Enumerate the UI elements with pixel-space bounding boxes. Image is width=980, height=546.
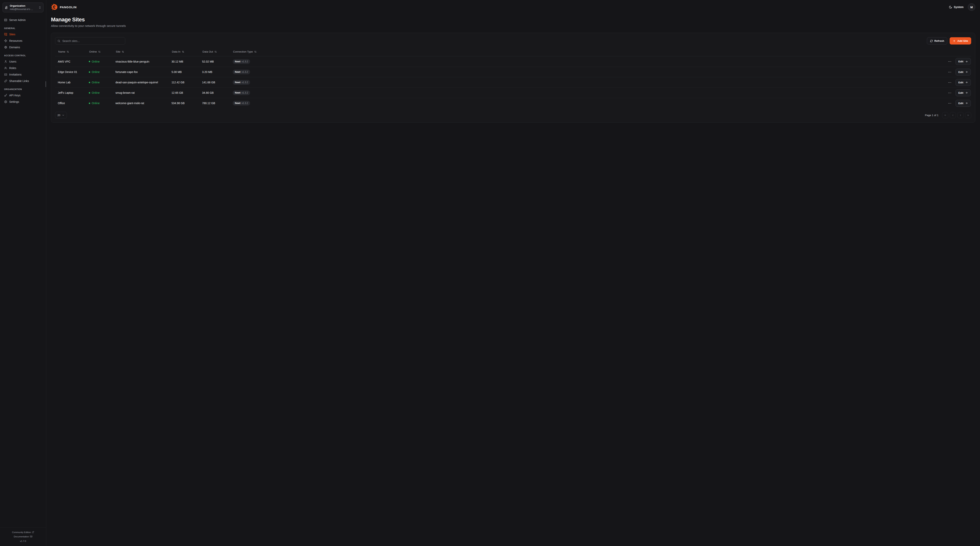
row-menu-button[interactable]: ⋯ — [947, 90, 953, 95]
next-page-button[interactable] — [958, 112, 964, 118]
arrow-right-icon — [965, 70, 968, 73]
site-status-cell: Online — [86, 60, 113, 63]
avatar[interactable]: M — [968, 3, 975, 11]
site-status-cell: Online — [86, 81, 113, 84]
ellipsis-icon: ⋯ — [948, 91, 951, 95]
row-menu-button[interactable]: ⋯ — [947, 59, 953, 64]
arrow-right-icon — [965, 81, 968, 84]
sidebar-item-label: Shareable Links — [9, 80, 29, 83]
edit-site-button[interactable]: Edit — [956, 69, 971, 75]
sort-icon — [98, 51, 100, 53]
column-header-connection-type[interactable]: Connection Type — [230, 50, 266, 53]
column-label: Site — [116, 50, 120, 53]
edit-label: Edit — [958, 91, 964, 94]
add-site-button[interactable]: Add Site — [950, 37, 971, 45]
online-status-dot — [89, 82, 90, 83]
topbar-right: System M — [949, 3, 975, 11]
page-size-select[interactable]: 20 — [55, 112, 67, 118]
book-open-icon — [30, 535, 32, 538]
refresh-button[interactable]: Refresh — [927, 37, 947, 45]
documentation-link[interactable]: Documentation — [2, 535, 45, 539]
sidebar-item-server-admin[interactable]: Server Admin — [2, 17, 44, 23]
page-size-value: 20 — [57, 114, 60, 117]
data-out-cell: 34.80 GB — [199, 91, 230, 94]
connection-type-cell: Newt v1.3.2 — [230, 70, 266, 74]
sidebar-scrollbar[interactable] — [46, 81, 46, 87]
connection-type-name: Newt — [235, 60, 240, 63]
online-status-dot — [89, 102, 90, 104]
connection-type-badge: Newt v1.3.2 — [233, 80, 250, 85]
connection-type-cell: Newt v1.3.2 — [230, 80, 266, 85]
column-label: Name — [58, 50, 65, 53]
sidebar-item-resources[interactable]: Resources — [2, 37, 44, 44]
connection-type-name: Newt — [235, 102, 240, 105]
site-slug-cell: welcome-giant-mole-rat — [113, 102, 169, 105]
waypoints-icon — [4, 39, 7, 42]
sidebar-item-sites[interactable]: Sites — [2, 31, 44, 37]
row-menu-button[interactable]: ⋯ — [947, 70, 953, 75]
column-header-data-out[interactable]: Data Out — [199, 50, 230, 53]
sidebar-item-settings[interactable]: Settings — [2, 99, 44, 105]
prev-page-button[interactable] — [950, 112, 956, 118]
theme-toggle[interactable]: System — [949, 5, 964, 9]
connection-type-version: v1.3.2 — [242, 91, 248, 94]
ellipsis-icon: ⋯ — [948, 60, 951, 63]
chevron-down-icon — [62, 114, 65, 117]
data-out-cell: 52.02 MB — [199, 60, 230, 63]
column-header-online[interactable]: Online — [86, 50, 113, 53]
table-body: AWS VPC Online vivacious-little-blue-pen… — [55, 56, 971, 108]
sidebar-item-shareable-links[interactable]: Shareable Links — [2, 78, 44, 84]
sidebar-item-domains[interactable]: Domains — [2, 44, 44, 50]
site-slug-cell: smug-brown-rat — [113, 91, 169, 94]
org-selector-label: Organization — [10, 4, 37, 8]
data-in-cell: 112.42 GB — [169, 81, 199, 84]
search-box — [55, 37, 125, 45]
table-row: AWS VPC Online vivacious-little-blue-pen… — [55, 56, 971, 67]
column-header-data-in[interactable]: Data In — [169, 50, 199, 53]
edit-label: Edit — [958, 81, 964, 84]
column-label: Connection Type — [233, 50, 253, 53]
online-status-dot — [89, 92, 90, 94]
sidebar-item-label: Users — [9, 60, 16, 63]
section-label-access-control: Access Control — [4, 54, 44, 57]
org-selector-text: Organization milo@fossorial.io's ... — [10, 4, 37, 11]
row-menu-button[interactable]: ⋯ — [947, 101, 953, 106]
avatar-initial: M — [970, 5, 973, 9]
edit-site-button[interactable]: Edit — [956, 58, 971, 65]
column-label: Data In — [172, 50, 180, 53]
row-menu-button[interactable]: ⋯ — [947, 80, 953, 85]
ellipsis-icon: ⋯ — [948, 81, 951, 84]
connection-type-version: v1.3.2 — [242, 102, 248, 105]
edit-site-button[interactable]: Edit — [956, 79, 971, 86]
edit-site-button[interactable]: Edit — [956, 100, 971, 107]
sidebar-item-roles[interactable]: Roles — [2, 65, 44, 71]
plus-icon — [953, 40, 956, 42]
site-name-cell: Edge Device 01 — [55, 70, 86, 73]
site-name-cell: Office — [55, 102, 86, 105]
community-edition-link[interactable]: Community Edition — [2, 530, 45, 535]
org-selector[interactable]: Organization milo@fossorial.io's ... — [3, 3, 43, 12]
pager: Page 1 of 1 — [925, 112, 971, 118]
sidebar-item-users[interactable]: Users — [2, 58, 44, 65]
sort-icon — [215, 51, 217, 53]
table-row: Office Online welcome-giant-mole-rat 534… — [55, 98, 971, 108]
site-status-cell: Online — [86, 102, 113, 105]
sidebar: Organization milo@fossorial.io's ... — [0, 0, 46, 546]
first-page-button[interactable] — [942, 112, 948, 118]
site-slug-cell: fortunate-cape-fox — [113, 70, 169, 73]
connection-type-name: Newt — [235, 81, 240, 84]
last-page-button[interactable] — [965, 112, 971, 118]
site-name-cell: AWS VPC — [55, 60, 86, 63]
row-actions-cell: ⋯ Edit — [266, 89, 971, 96]
column-header-name[interactable]: Name — [55, 50, 86, 53]
edit-site-button[interactable]: Edit — [956, 89, 971, 96]
site-slug-cell: dead-san-joaquin-antelope-squirrel — [113, 81, 169, 84]
sites-table: Name Online Site — [55, 47, 971, 108]
sidebar-item-invitations[interactable]: Invitations — [2, 71, 44, 78]
column-header-site[interactable]: Site — [113, 50, 169, 53]
sidebar-item-api-keys[interactable]: API Keys — [2, 92, 44, 99]
search-input[interactable] — [55, 37, 125, 45]
sites-card: Refresh Add Site — [51, 33, 975, 123]
page-indicator: Page 1 of 1 — [925, 114, 939, 117]
app-root: Organization milo@fossorial.io's ... — [0, 0, 980, 546]
